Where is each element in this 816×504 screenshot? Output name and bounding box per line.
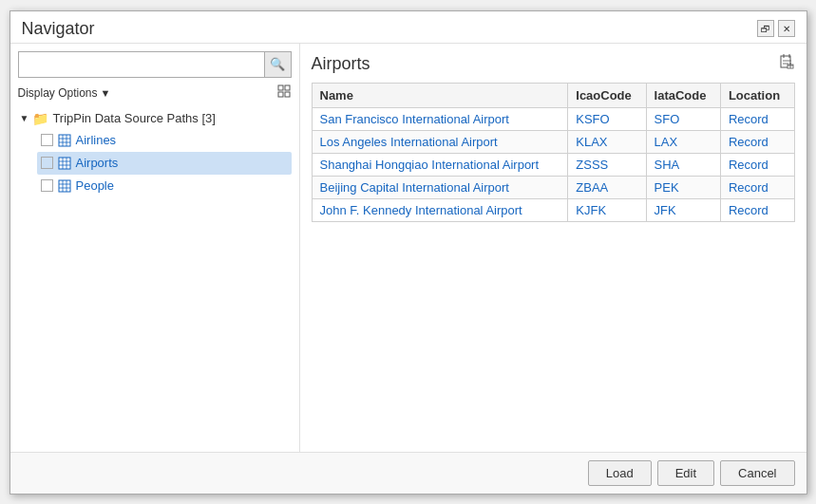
table-cell: ZSSS — [568, 153, 646, 176]
folder-icon: 📁 — [32, 111, 48, 126]
right-panel-title: Airports — [312, 54, 370, 74]
search-icon: 🔍 — [270, 57, 285, 71]
table-cell: Los Angeles International Airport — [312, 130, 568, 153]
edit-button[interactable]: Edit — [657, 460, 714, 486]
tree-children: Airlines — [37, 129, 292, 197]
dialog-title: Navigator — [22, 19, 95, 39]
tree-item-airports[interactable]: Airports — [37, 152, 292, 175]
title-bar: Navigator 🗗 ✕ — [10, 11, 807, 43]
table-row[interactable]: Beijing Capital International AirportZBA… — [312, 176, 794, 198]
table-cell: Record — [720, 153, 794, 176]
table-cell: John F. Kennedy International Airport — [312, 198, 568, 221]
airports-label: Airports — [76, 156, 119, 170]
load-button[interactable]: Load — [588, 460, 652, 486]
tree-root[interactable]: ▼ 📁 TripPin Data Source Paths [3] — [18, 108, 292, 129]
airports-table: Name IcaoCode IataCode Location San Fran… — [312, 83, 795, 222]
table-cell: Record — [720, 107, 794, 130]
table-row[interactable]: Los Angeles International AirportKLAXLAX… — [312, 130, 794, 153]
table-cell: Beijing Capital International Airport — [312, 176, 568, 198]
svg-rect-9 — [59, 158, 70, 169]
table-cell: San Francisco International Airport — [312, 107, 568, 130]
left-panel: 🔍 Display Options ▼ — [10, 44, 300, 452]
bottom-bar: Load Edit Cancel — [10, 452, 807, 494]
tree-area: ▼ 📁 TripPin Data Source Paths [3] — [18, 108, 292, 444]
search-button[interactable]: 🔍 — [264, 52, 291, 77]
table-cell: KLAX — [568, 130, 646, 153]
col-header-location: Location — [720, 83, 794, 107]
right-action-icon[interactable] — [778, 53, 795, 75]
svg-rect-14 — [59, 180, 70, 192]
cancel-button[interactable]: Cancel — [720, 460, 794, 486]
search-box: 🔍 — [18, 51, 292, 78]
search-input[interactable] — [19, 53, 264, 75]
table-row[interactable]: San Francisco International AirportKSFOS… — [312, 107, 794, 130]
display-options-action-icon[interactable] — [276, 84, 292, 103]
right-panel: Airports — [300, 44, 807, 452]
table-cell: Record — [720, 198, 794, 221]
content-area: 🔍 Display Options ▼ — [10, 43, 807, 452]
svg-rect-1 — [285, 85, 290, 90]
table-cell: KJFK — [568, 198, 646, 221]
tree-item-airlines[interactable]: Airlines — [37, 129, 292, 152]
col-header-iata: IataCode — [646, 83, 720, 107]
navigator-dialog: Navigator 🗗 ✕ 🔍 Display Options ▼ — [9, 10, 807, 495]
svg-rect-2 — [278, 92, 283, 97]
right-header: Airports — [312, 53, 795, 75]
table-row[interactable]: Shanghai Hongqiao International AirportZ… — [312, 153, 794, 176]
table-cell: SFO — [646, 107, 720, 130]
display-options-label-text: Display Options — [18, 86, 98, 100]
table-cell: SHA — [646, 153, 720, 176]
tree-root-arrow: ▼ — [20, 113, 29, 123]
display-options-arrow: ▼ — [101, 87, 111, 99]
airlines-label: Airlines — [76, 133, 117, 147]
people-label: People — [76, 178, 114, 193]
people-checkbox[interactable] — [41, 179, 53, 192]
table-cell: LAX — [646, 130, 720, 153]
table-cell: Record — [720, 176, 794, 198]
table-cell: JFK — [646, 198, 720, 221]
close-button[interactable]: ✕ — [778, 20, 795, 37]
table-cell: ZBAA — [568, 176, 646, 198]
table-cell: KSFO — [568, 107, 646, 130]
svg-rect-3 — [285, 92, 290, 97]
table-cell: Record — [720, 130, 794, 153]
tree-item-people[interactable]: People — [37, 175, 292, 197]
svg-rect-0 — [278, 85, 283, 90]
airlines-table-icon — [57, 133, 72, 148]
people-table-icon — [57, 178, 72, 194]
restore-button[interactable]: 🗗 — [757, 20, 774, 37]
airlines-checkbox[interactable] — [41, 134, 53, 146]
col-header-icao: IcaoCode — [568, 83, 646, 107]
table-row[interactable]: John F. Kennedy International AirportKJF… — [312, 198, 794, 221]
table-cell: Shanghai Hongqiao International Airport — [312, 153, 568, 176]
airports-table-icon — [57, 156, 72, 171]
table-cell: PEK — [646, 176, 720, 198]
display-options-toggle[interactable]: Display Options ▼ — [18, 86, 111, 100]
airports-checkbox[interactable] — [41, 157, 53, 169]
col-header-name: Name — [312, 83, 568, 107]
title-bar-controls: 🗗 ✕ — [757, 20, 795, 37]
tree-root-label: TripPin Data Source Paths [3] — [52, 111, 216, 125]
display-options-bar: Display Options ▼ — [18, 84, 292, 103]
svg-rect-4 — [59, 135, 70, 146]
